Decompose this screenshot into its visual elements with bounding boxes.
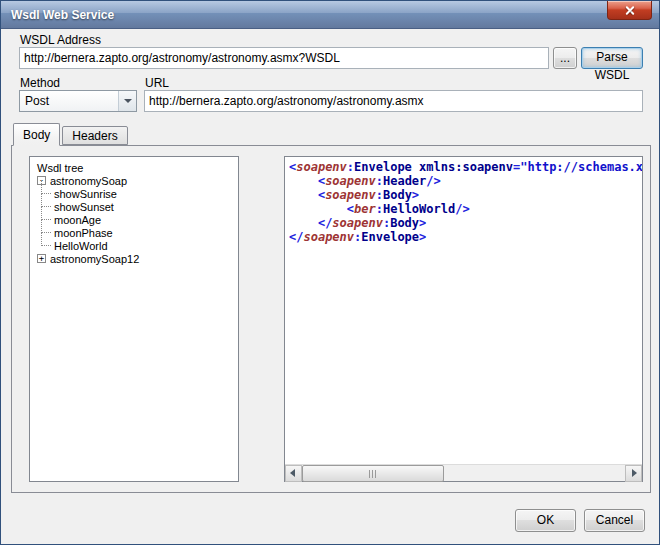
- xml-line: <soapenv:Body>: [289, 188, 638, 202]
- tree-connector: [41, 193, 51, 194]
- browse-button[interactable]: ...: [553, 47, 577, 69]
- ok-button[interactable]: OK: [515, 509, 576, 532]
- tree-item[interactable]: showSunrise: [30, 187, 238, 200]
- url-input[interactable]: [144, 90, 643, 112]
- tree-item[interactable]: HelloWorld: [30, 239, 238, 252]
- chevron-down-icon: [124, 99, 132, 103]
- wsdl-address-label: WSDL Address: [20, 33, 101, 47]
- tree-connector: [41, 219, 51, 220]
- tree-item-label: HelloWorld: [54, 240, 108, 252]
- scrollbar-grip: [369, 470, 377, 478]
- wsdl-address-input[interactable]: [19, 47, 549, 69]
- tree-item-label: astronomySoap12: [50, 253, 139, 265]
- tree-item[interactable]: moonAge: [30, 213, 238, 226]
- wsdl-web-service-dialog: Wsdl Web Service WSDL Address ... Parse …: [0, 0, 660, 545]
- xml-line: <soapenv:Envelope xmlns:soapenv="http://…: [289, 160, 638, 174]
- window-title: Wsdl Web Service: [11, 8, 114, 22]
- horizontal-scrollbar[interactable]: [285, 464, 642, 481]
- xml-line: <ber:HelloWorld/>: [289, 202, 638, 216]
- tab-headers[interactable]: Headers: [62, 126, 127, 145]
- tree-item-label: showSunrise: [54, 188, 117, 200]
- method-label: Method: [20, 76, 60, 90]
- tree-item[interactable]: moonPhase: [30, 226, 238, 239]
- tab-body[interactable]: Body: [13, 123, 60, 146]
- scroll-right-button[interactable]: [625, 465, 642, 482]
- tree-root-label: Wsdl tree: [30, 161, 238, 174]
- close-icon: [625, 6, 634, 15]
- wsdl-tree[interactable]: Wsdl tree -astronomySoapshowSunriseshowS…: [29, 156, 239, 482]
- xml-editor-content: <soapenv:Envelope xmlns:soapenv="http://…: [285, 157, 642, 464]
- xml-line: </soapenv:Body>: [289, 216, 638, 230]
- tree-item[interactable]: showSunset: [30, 200, 238, 213]
- tree-connector: [41, 206, 51, 207]
- tab-bar: BodyHeaders: [13, 123, 130, 146]
- xml-editor[interactable]: <soapenv:Envelope xmlns:soapenv="http://…: [284, 156, 643, 482]
- tree-connector: [41, 232, 51, 233]
- tree-item[interactable]: +astronomySoap12: [30, 252, 238, 265]
- xml-line: </soapenv:Envelope>: [289, 230, 638, 244]
- xml-line: <soapenv:Header/>: [289, 174, 638, 188]
- close-button[interactable]: [607, 1, 652, 20]
- arrow-left-icon: [290, 469, 295, 477]
- tree-connector: [41, 245, 51, 246]
- cancel-button[interactable]: Cancel: [584, 509, 645, 532]
- tree-item-label: moonAge: [54, 214, 101, 226]
- tree-item-label: showSunset: [54, 201, 114, 213]
- expand-icon[interactable]: +: [37, 254, 46, 263]
- tree-root-text: Wsdl tree: [37, 162, 83, 174]
- method-dropdown[interactable]: Post: [19, 90, 137, 112]
- titlebar[interactable]: Wsdl Web Service: [1, 1, 659, 29]
- dropdown-arrow-zone[interactable]: [118, 91, 136, 111]
- tree-item-label: astronomySoap: [50, 175, 127, 187]
- tree-items: -astronomySoapshowSunriseshowSunsetmoonA…: [30, 174, 238, 265]
- scrollbar-thumb[interactable]: [302, 465, 444, 482]
- url-label: URL: [145, 76, 169, 90]
- parse-wsdl-button[interactable]: Parse WSDL: [581, 47, 643, 69]
- tree-item-label: moonPhase: [54, 227, 113, 239]
- tree-item[interactable]: -astronomySoap: [30, 174, 238, 187]
- scroll-left-button[interactable]: [285, 465, 302, 482]
- arrow-right-icon: [632, 469, 637, 477]
- method-selected-value: Post: [25, 94, 49, 108]
